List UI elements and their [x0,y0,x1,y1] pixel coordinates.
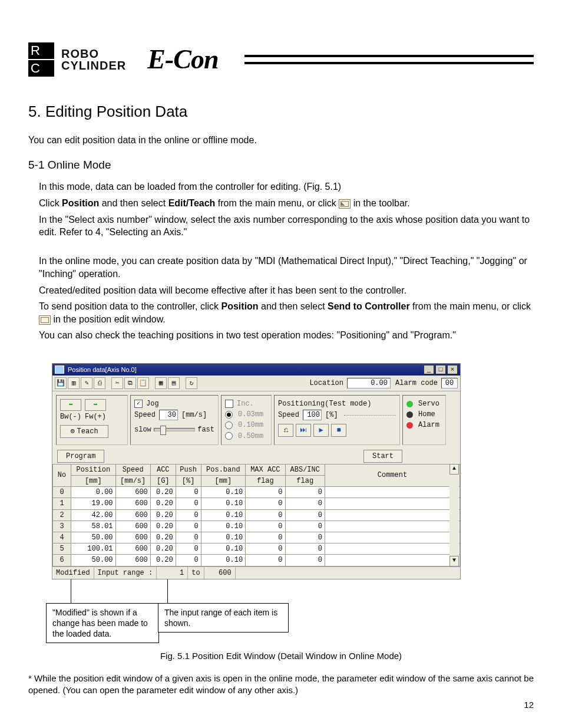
teach-button[interactable]: ⚙ Teach [60,425,108,438]
location-value: 0.00 [347,378,391,388]
position-edit-window: Position data[Axis No.0] _ □ × 💾 ▥ ✎ ⎙ ✂… [52,363,461,579]
step-back-button[interactable]: ⎌ [278,424,293,437]
status-range-from: 1 [157,567,188,579]
test-speed-label: Speed [278,410,299,420]
refresh-icon[interactable]: ↻ [186,377,197,389]
subsection-heading: 5-1 Online Mode [28,157,534,173]
col-comment: Comment [325,464,460,486]
p-test-modes: You can also check the teaching position… [39,329,534,342]
callout-modified: "Modified" is shown if a change has been… [46,603,159,644]
position-table-wrapper: No Position Speed ACC Push Pos.band MAX … [52,464,460,566]
jog-speed-label: Speed [134,410,156,420]
table-row[interactable]: 358.016000.2000.1000 [53,521,460,532]
test-speed-input[interactable]: 100 [303,410,322,420]
step-fwd-button[interactable]: ⏭ [296,424,311,437]
jog-speed-unit: [mm/s] [181,410,207,420]
edit-icon[interactable]: ✎ [81,377,92,389]
status-bar: Modified Input range : 1 to 600 [52,566,460,579]
window-toolbar: 💾 ▥ ✎ ⎙ ✂ ⧉ 📋 ▦ ▤ ↻ Location 0.00 Alarm … [52,375,460,391]
jog-checkbox-label: Jog [146,399,159,409]
test-mode-title: Positioning(Test mode) [278,399,371,409]
table-row[interactable]: 119.006000.2000.1000 [53,498,460,509]
econ-logo: E-Con [147,41,218,78]
section-heading: 5. Editing Position Data [28,101,534,122]
fw-label: Fw(+) [85,412,106,421]
table-row[interactable]: 650.006000.2000.1000 [53,555,460,566]
copy-icon[interactable]: ⧉ [124,377,136,389]
test-speed-unit: [%] [325,410,338,420]
play-button[interactable]: ▶ [313,424,329,437]
header-rules [244,55,534,64]
p-methods: In the online mode, you can create posit… [39,255,534,280]
p-effective: Created/edited position data will become… [39,284,534,297]
page-header: R C ROBO CYLINDER E-Con [28,41,534,78]
bw-arrow-icon[interactable]: ⬅ [60,399,81,411]
cut-icon[interactable]: ✂ [111,377,123,389]
fw-arrow-icon[interactable]: ➡ [85,399,106,411]
table-row[interactable]: 450.006000.2000.1000 [53,532,460,543]
status-modified: Modified [52,567,94,579]
print-icon[interactable]: ⎙ [94,377,105,389]
status-range-label: Input range : [94,567,157,579]
callout-lead-line [71,579,71,603]
inc-050-radio[interactable] [225,432,233,440]
test-mode-panel: Positioning(Test mode) Speed 100 [%] ⎌ ⏭… [274,395,400,445]
edit-teach-toolbar-icon [339,199,351,209]
home-led-icon [406,411,413,418]
robo-cylinder-logo: R C ROBO CYLINDER [28,42,126,77]
send-icon[interactable]: ▥ [68,377,80,389]
table-row[interactable]: 00.006000.2000.1000 [53,487,460,498]
jog-checkbox[interactable]: ✓ [134,400,143,408]
position-table[interactable]: No Position Speed ACC Push Pos.band MAX … [52,464,460,566]
figure-caption: Fig. 5.1 Position Edit Window (Detail Wi… [28,650,534,662]
p-click-position: Click Position and then select Edit/Teac… [39,197,534,210]
alarm-led-icon [406,422,413,429]
slider-fast-label: fast [197,425,214,434]
p-select-axis: In the "Select axis number" window, sele… [39,213,534,239]
minimize-button[interactable]: _ [424,365,434,374]
jog-speed-input[interactable]: 30 [159,410,178,420]
logo-text-line2: CYLINDER [61,60,126,71]
stop-button[interactable]: ■ [331,424,346,437]
inc-label: Inc. [237,399,254,409]
window-titlebar[interactable]: Position data[Axis No.0] _ □ × [52,364,460,375]
grid1-icon[interactable]: ▦ [155,377,167,389]
scroll-up-icon[interactable]: ▲ [449,464,459,475]
alarm-code-label: Alarm code [395,378,438,388]
p-send: To send position data to the controller,… [39,300,534,325]
location-label: Location [307,378,346,388]
teach-icon: ⚙ [70,427,74,436]
servo-led-icon [406,401,413,407]
inc-010-radio[interactable] [225,421,233,429]
p-load: In this mode, data can be loaded from th… [39,180,534,193]
grid2-icon[interactable]: ▤ [168,377,180,389]
jog-speed-slider[interactable]: slow fast [134,424,214,436]
inc-003-radio[interactable] [225,411,233,419]
intro-paragraph: You can edit position data in the online… [28,134,534,147]
table-scrollbar[interactable]: ▲ ▼ [449,464,459,566]
window-title: Position data[Axis No.0] [68,365,137,374]
col-no: No [53,464,71,486]
callout-lead-line [167,579,168,603]
send-to-controller-toolbar-icon [39,315,51,325]
maximize-button[interactable]: □ [435,365,446,374]
page-number: 12 [524,699,534,711]
scroll-down-icon[interactable]: ▼ [449,556,459,566]
footnote: * While the position edit window of a gi… [28,673,534,697]
table-row[interactable]: 242.006000.2000.1000 [53,509,460,521]
close-button[interactable]: × [447,365,458,374]
save-icon[interactable]: 💾 [55,377,67,389]
inc-checkbox[interactable] [225,400,233,408]
inc-panel: Inc. 0.03mm 0.10mm 0.50mm [221,395,272,445]
logo-text-line1: ROBO [61,48,126,60]
program-button[interactable]: Program [57,450,104,463]
table-row[interactable]: 5100.016000.2000.1000 [53,543,460,555]
status-range-to: 600 [204,567,236,579]
jog-speed-panel: ✓ Jog Speed 30 [mm/s] slow fast [130,395,219,445]
status-range-to-label: to [188,567,204,579]
start-button[interactable]: Start [363,450,402,463]
slider-slow-label: slow [134,425,151,434]
window-icon [55,365,64,374]
paste-icon[interactable]: 📋 [137,377,149,389]
bw-label: Bw(-) [60,412,81,421]
